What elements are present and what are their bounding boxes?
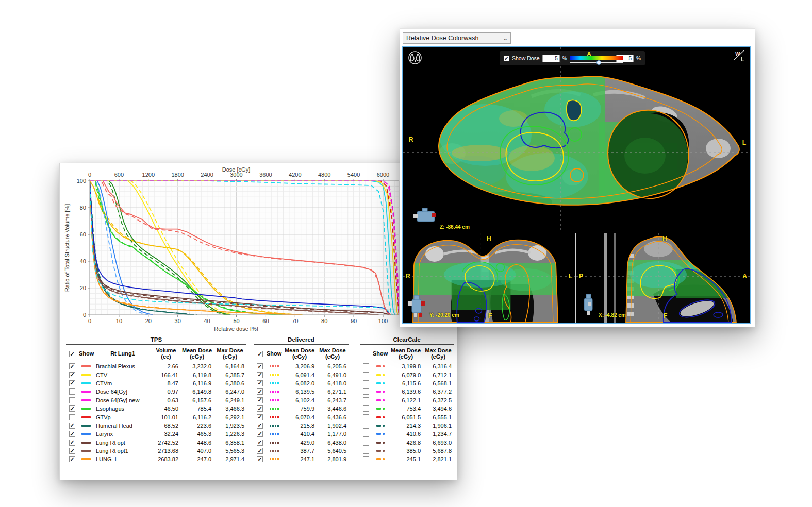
- tps-max-value: 1,226.3: [213, 430, 246, 438]
- clearcalc-show-checkbox[interactable]: [363, 448, 369, 454]
- clearcalc-swatch: [372, 362, 389, 370]
- clearcalc-mean-value: 6,139.6: [389, 387, 423, 396]
- delivered-show-all-checkbox[interactable]: [257, 351, 263, 357]
- clearcalc-mean-value: 3,199.8: [389, 362, 423, 370]
- delivered-show-checkbox[interactable]: [257, 380, 263, 386]
- sagittal-orient-f: F: [664, 312, 667, 319]
- clearcalc-show-checkbox[interactable]: [363, 456, 369, 462]
- tps-show-checkbox[interactable]: [69, 414, 75, 420]
- tps-show-checkbox[interactable]: [69, 440, 75, 446]
- sagittal-view[interactable]: H P A F X: -4.82 cm: [576, 233, 750, 323]
- tps-swatch: [78, 362, 94, 370]
- delivered-show-checkbox[interactable]: [257, 414, 263, 420]
- delivered-show-checkbox[interactable]: [257, 397, 263, 403]
- clearcalc-max-value: 1,234.7: [423, 430, 454, 438]
- tps-max-header: Max Dose(cGy): [213, 346, 246, 362]
- structure-name: Dose 64[Gy]: [94, 387, 152, 396]
- tps-show-checkbox[interactable]: [69, 456, 75, 462]
- svg-text:5400: 5400: [347, 172, 360, 178]
- structure-name: Humeral Head: [94, 421, 152, 430]
- tps-max-value: 3,466.3: [213, 404, 246, 413]
- tps-swatch: [78, 438, 94, 447]
- coronal-orient-f: F: [488, 312, 492, 319]
- delivered-max-value: 1,177.0: [317, 430, 349, 438]
- tps-show-checkbox[interactable]: [69, 397, 75, 403]
- clearcalc-max-value: 6,555.1: [423, 413, 454, 421]
- tps-show-checkbox[interactable]: [69, 422, 75, 429]
- tps-show-checkbox[interactable]: [69, 431, 75, 437]
- delivered-show-header: Show: [266, 349, 283, 359]
- clearcalc-mean-value: 6,122.1: [389, 396, 423, 404]
- delivered-max-value: 2,801.9: [317, 455, 349, 463]
- clearcalc-max-value: 6,377.2: [423, 387, 454, 396]
- delivered-show-checkbox[interactable]: [257, 440, 263, 446]
- dose-slider-handle[interactable]: [596, 60, 601, 65]
- tps-show-checkbox[interactable]: [69, 380, 75, 386]
- clearcalc-show-checkbox[interactable]: [363, 363, 369, 369]
- clearcalc-show-checkbox[interactable]: [363, 388, 369, 395]
- clearcalc-max-value: 2,821.1: [423, 455, 454, 463]
- volume-value: 2.66: [152, 362, 180, 370]
- tps-swatch: [78, 396, 94, 404]
- delivered-show-checkbox[interactable]: [257, 422, 263, 429]
- clearcalc-mean-value: 385.0: [389, 447, 423, 455]
- tps-max-value: 5,565.3: [213, 447, 246, 455]
- delivered-show-checkbox[interactable]: [257, 431, 263, 437]
- clearcalc-show-checkbox[interactable]: [363, 397, 369, 403]
- tps-max-value: 2,971.4: [213, 455, 246, 463]
- tps-show-checkbox[interactable]: [69, 363, 75, 369]
- clearcalc-show-checkbox[interactable]: [363, 414, 369, 420]
- tps-show-checkbox[interactable]: [69, 388, 75, 395]
- clearcalc-show-checkbox[interactable]: [363, 372, 369, 378]
- volume-value: 32.24: [152, 430, 180, 438]
- svg-text:20: 20: [80, 285, 86, 291]
- tps-show-all-checkbox[interactable]: [69, 351, 75, 357]
- tps-show-checkbox[interactable]: [69, 405, 75, 412]
- couch-rail: [614, 233, 616, 323]
- colorwash-mode-dropdown[interactable]: Relative Dose Colorwash ⌄: [403, 32, 511, 44]
- delivered-mean-value: 6,139.5: [283, 387, 317, 396]
- tps-mean-value: 247.0: [180, 455, 213, 463]
- clearcalc-show-checkbox[interactable]: [363, 380, 369, 386]
- sagittal-x-coordinate: X: -4.82 cm: [599, 312, 626, 318]
- show-dose-checkbox[interactable]: [504, 56, 509, 61]
- tps-max-value: 6,380.6: [213, 379, 246, 387]
- delivered-show-checkbox[interactable]: [257, 448, 263, 454]
- delivered-show-checkbox[interactable]: [257, 405, 263, 412]
- delivered-show-checkbox[interactable]: [257, 372, 263, 378]
- svg-text:50: 50: [233, 318, 239, 324]
- clearcalc-show-header: Show: [372, 349, 389, 359]
- coronal-view[interactable]: H R L F Y: -20.20 cm: [403, 233, 576, 323]
- tps-show-header: Show: [78, 349, 94, 359]
- clearcalc-max-value: 3,494.6: [423, 404, 454, 413]
- delivered-mean-value: 6,082.0: [283, 379, 317, 387]
- delivered-swatch: [266, 396, 283, 404]
- svg-text:L: L: [741, 57, 744, 62]
- sagittal-orient-a: A: [742, 273, 747, 280]
- clearcalc-show-checkbox[interactable]: [363, 422, 369, 429]
- tps-show-checkbox[interactable]: [69, 448, 75, 454]
- clearcalc-show-checkbox[interactable]: [363, 431, 369, 437]
- tps-max-value: 6,358.1: [213, 438, 246, 447]
- clearcalc-mean-value: 214.3: [389, 421, 423, 430]
- svg-text:100: 100: [378, 318, 388, 324]
- clearcalc-show-checkbox[interactable]: [363, 440, 369, 446]
- delivered-show-checkbox[interactable]: [257, 388, 263, 395]
- clearcalc-swatch: [372, 387, 389, 396]
- delivered-swatch: [266, 413, 283, 421]
- svg-text:60: 60: [80, 231, 86, 238]
- clearcalc-show-checkbox[interactable]: [363, 405, 369, 412]
- clearcalc-swatch: [372, 447, 389, 455]
- axial-view[interactable]: W L R L Z: -86.44 cm Show Dose %: [403, 47, 750, 233]
- axial-orient-r: R: [409, 136, 413, 143]
- tps-show-checkbox[interactable]: [69, 372, 75, 378]
- tps-swatch: [78, 421, 94, 430]
- clearcalc-show-all-checkbox[interactable]: [363, 351, 369, 357]
- delivered-show-checkbox[interactable]: [257, 456, 263, 462]
- tps-max-value: 1,923.5: [213, 421, 246, 430]
- clearcalc-max-value: 6,372.5: [423, 396, 454, 404]
- delivered-show-checkbox[interactable]: [257, 363, 263, 369]
- axial-orient-l: L: [742, 139, 746, 146]
- svg-text:80: 80: [321, 318, 327, 324]
- dose-low-input[interactable]: [542, 55, 560, 62]
